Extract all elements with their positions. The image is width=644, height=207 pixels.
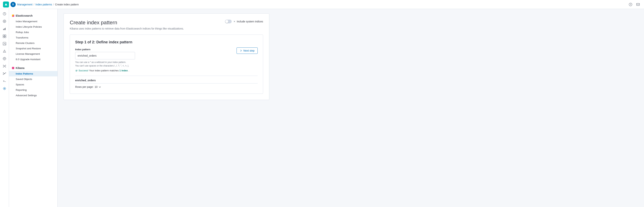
kibana-section-header: Kibana	[9, 65, 58, 71]
success-prefix: Success!	[78, 69, 88, 72]
svg-point-28	[3, 72, 4, 73]
svg-line-26	[5, 66, 6, 67]
success-suffix: .	[128, 69, 129, 72]
content-area: Create index pattern Kibana uses index p…	[58, 9, 644, 207]
mail-icon[interactable]	[635, 1, 641, 7]
svg-rect-10	[5, 35, 6, 36]
breadcrumb: Management / Index patterns / Create ind…	[17, 3, 79, 6]
rows-per-page-label: Rows per page:	[75, 85, 94, 88]
svg-line-24	[5, 66, 6, 66]
field-hint: You can use a * as a wildcard in your in…	[75, 60, 236, 68]
main-layout: Elasticsearch Index Management Index Lif…	[0, 9, 644, 207]
elasticsearch-section-header: Elasticsearch	[9, 13, 58, 19]
page-header-row: Create index pattern Kibana uses index p…	[70, 20, 263, 30]
page-title: Create index pattern	[70, 20, 184, 26]
sidebar-item-index-management[interactable]: Index Management	[9, 19, 58, 24]
icon-bar-maps[interactable]	[1, 55, 8, 62]
breadcrumb-index-patterns[interactable]: Index patterns	[36, 3, 52, 6]
kibana-dot	[12, 67, 14, 69]
sidebar-item-license-management[interactable]: License Management	[9, 51, 58, 57]
results-divider	[75, 76, 258, 76]
icon-bar-visualize[interactable]	[1, 25, 8, 32]
page-header-left: Create index pattern Kibana uses index p…	[70, 20, 184, 30]
sidebar: Elasticsearch Index Management Index Lif…	[9, 9, 58, 207]
svg-point-20	[5, 65, 6, 66]
field-label: Index pattern	[75, 48, 236, 51]
svg-point-27	[4, 73, 5, 74]
toggle-thumb	[225, 20, 228, 23]
svg-point-4	[3, 20, 6, 23]
icon-bar-discover[interactable]	[1, 18, 8, 25]
icon-bar-management[interactable]	[1, 85, 8, 92]
svg-rect-7	[4, 28, 5, 30]
svg-point-15	[4, 52, 5, 52]
include-system-indices-toggle[interactable]: ✕ Include system indices	[225, 20, 263, 23]
rows-per-page[interactable]: Rows per page: 10	[75, 85, 258, 88]
icon-bar-dev-tools[interactable]	[1, 78, 8, 84]
icon-bar-graph[interactable]	[1, 70, 8, 77]
svg-line-33	[4, 74, 4, 74]
breadcrumb-management[interactable]: Management	[17, 3, 32, 6]
icon-bar-canvas[interactable]	[1, 40, 8, 47]
svg-point-22	[5, 67, 6, 67]
breadcrumb-current: Create index pattern	[55, 3, 79, 6]
svg-point-19	[3, 65, 4, 66]
icon-bar	[0, 9, 9, 207]
page-subtitle: Kibana uses index patterns to retrieve d…	[70, 27, 184, 30]
svg-point-5	[4, 21, 5, 22]
svg-rect-12	[5, 36, 6, 38]
success-match: 1 index	[120, 69, 128, 72]
toggle-wrapper[interactable]	[225, 20, 232, 23]
svg-point-21	[3, 67, 4, 67]
toggle-track[interactable]	[225, 20, 232, 23]
sidebar-item-saved-objects[interactable]: Saved Objects	[9, 76, 58, 82]
top-nav: D Management / Index patterns / Create i…	[0, 0, 644, 9]
svg-point-29	[5, 72, 6, 73]
step-title: Step 1 of 2: Define index pattern	[75, 40, 236, 44]
sidebar-item-index-patterns[interactable]: Index Patterns	[9, 71, 58, 76]
svg-rect-8	[5, 28, 6, 30]
svg-rect-11	[3, 36, 4, 38]
icon-bar-clock[interactable]	[1, 10, 8, 17]
svg-point-30	[3, 74, 4, 75]
svg-point-18	[4, 66, 5, 67]
results-section: enriched_orders Rows per page: 10	[75, 76, 258, 88]
help-icon[interactable]: ?	[628, 1, 634, 7]
svg-point-35	[4, 88, 5, 89]
sidebar-item-transforms[interactable]: Transforms	[9, 35, 58, 40]
rows-per-page-value: 10	[94, 85, 98, 88]
sidebar-item-reporting[interactable]: Reporting	[9, 87, 58, 93]
sidebar-item-snapshot-restore[interactable]: Snapshot and Restore	[9, 46, 58, 51]
index-pattern-input[interactable]	[75, 52, 135, 59]
sidebar-item-rollup-jobs[interactable]: Rollup Jobs	[9, 29, 58, 35]
sidebar-item-upgrade-assistant[interactable]: 8.0 Upgrade Assistant	[9, 57, 58, 62]
svg-rect-9	[3, 35, 4, 36]
svg-rect-6	[3, 29, 4, 30]
next-step-label: Next step	[244, 49, 254, 52]
success-text: Your index pattern matches	[89, 69, 119, 72]
elasticsearch-dot	[12, 14, 14, 17]
svg-point-36	[75, 69, 78, 72]
result-row: enriched_orders	[75, 77, 258, 83]
sidebar-item-remote-clusters[interactable]: Remote Clusters	[9, 40, 58, 46]
success-message: Success! Your index pattern matches 1 in…	[75, 69, 236, 72]
icon-bar-dashboard[interactable]	[1, 33, 8, 40]
svg-line-23	[4, 66, 4, 66]
toggle-x-icon: ✕	[234, 20, 235, 23]
icon-bar-alerts[interactable]	[1, 48, 8, 54]
user-avatar[interactable]: D	[10, 2, 16, 7]
svg-rect-2	[636, 3, 640, 5]
include-system-label: Include system indices	[237, 20, 263, 23]
sidebar-item-advanced-settings[interactable]: Advanced Settings	[9, 93, 58, 98]
svg-text:?: ?	[630, 3, 631, 5]
next-step-button[interactable]: Next step	[236, 47, 258, 54]
sidebar-item-spaces[interactable]: Spaces	[9, 82, 58, 87]
page-container: Create index pattern Kibana uses index p…	[64, 13, 269, 100]
chevron-down-icon	[99, 86, 101, 88]
step-card: Step 1 of 2: Define index pattern Index …	[70, 34, 263, 94]
sidebar-item-index-lifecycle-policies[interactable]: Index Lifecycle Policies	[9, 24, 58, 29]
app-logo[interactable]	[3, 1, 9, 7]
svg-line-25	[4, 66, 4, 67]
icon-bar-ml[interactable]	[1, 63, 8, 69]
